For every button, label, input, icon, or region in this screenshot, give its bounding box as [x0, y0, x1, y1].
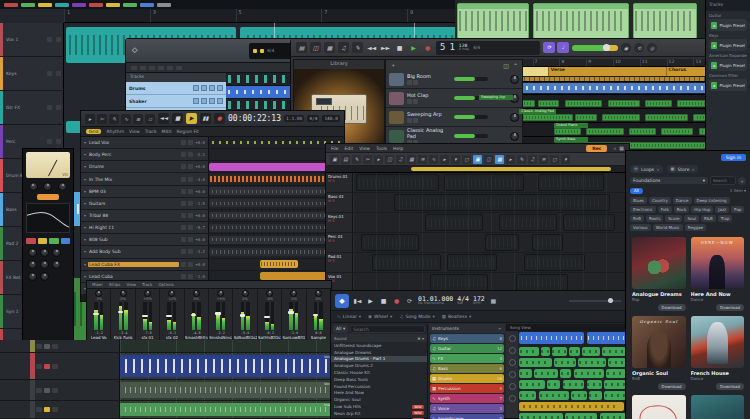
midi-clip[interactable]	[565, 100, 603, 107]
toolbar-icon[interactable]: ▣	[473, 155, 482, 164]
edit-tool-button[interactable]: ▸	[85, 114, 95, 124]
browser-item[interactable]: Analogue Drums 2	[331, 362, 427, 369]
toolbar-icon[interactable]: ▣	[330, 155, 339, 164]
genre-chip[interactable]: Reggae	[685, 224, 706, 231]
pack-cover-art[interactable]	[632, 237, 686, 289]
midi-clip[interactable]	[519, 114, 573, 121]
menu-item[interactable]: Help	[393, 146, 403, 151]
volume-readout[interactable]: -0.7	[195, 225, 205, 230]
clip[interactable]	[554, 358, 576, 367]
audio-clip[interactable]	[260, 260, 298, 268]
audio-clip[interactable]	[563, 214, 615, 231]
loop-button[interactable]: ⟳	[405, 297, 414, 304]
edit-tool-button[interactable]: ∿	[121, 114, 131, 124]
solo-button[interactable]	[56, 71, 61, 76]
pan-knob[interactable]	[510, 75, 519, 84]
solo-button[interactable]	[413, 80, 418, 85]
clip[interactable]	[571, 391, 586, 400]
instrument-row[interactable]: ♫ Guitar 12	[430, 344, 504, 353]
clip[interactable]	[569, 347, 580, 356]
toolbar-icon[interactable]: ▸	[374, 155, 383, 164]
clip[interactable]	[519, 369, 532, 378]
track-button[interactable]	[52, 364, 58, 369]
fader-handle[interactable]	[264, 316, 270, 319]
chevron-down-icon[interactable]: ▾	[84, 189, 86, 194]
browser-item[interactable]: Analogue Drums - Part 1	[331, 356, 427, 363]
midi-clip[interactable]	[586, 128, 624, 135]
lcd-display[interactable]: 5 1 128 A maj 4/4	[436, 41, 540, 55]
track-button[interactable]	[36, 388, 42, 393]
pack-cover-art[interactable]: Organic Soul	[632, 316, 686, 368]
clip[interactable]	[589, 391, 602, 400]
midi-track-row[interactable]: Drums	[126, 82, 226, 95]
track-header[interactable]: Gtr FX	[0, 91, 63, 125]
track-name[interactable]: Drums	[88, 164, 179, 169]
clip[interactable]	[519, 358, 552, 367]
preset-pill[interactable]: ▸ Plugin Presets	[709, 59, 747, 71]
audio-clip[interactable]	[485, 234, 518, 251]
track-row[interactable]: Drums 01 M S	[326, 173, 629, 193]
track-button[interactable]	[36, 364, 42, 369]
genre-chip[interactable]: Jazz	[715, 206, 729, 213]
instrument-row[interactable]: ∿ Soundscape 5	[430, 414, 504, 419]
browser-item[interactable]: Low Sub Hits WAV	[331, 403, 427, 410]
track-name[interactable]: Lead Vox	[88, 140, 179, 145]
audio-clip[interactable]	[532, 234, 562, 251]
previous-button[interactable]: ▮◄	[353, 297, 362, 304]
pack-card[interactable]: Download	[691, 395, 745, 419]
track-row[interactable]: ▾ Drums +0.0	[81, 161, 344, 173]
midi-clip[interactable]	[608, 100, 640, 107]
clip[interactable]	[519, 413, 563, 419]
sort-icons[interactable]: ≡ ▾	[417, 336, 424, 341]
track-circle-icon[interactable]	[509, 383, 516, 390]
clip[interactable]	[534, 369, 558, 378]
track-button[interactable]	[44, 407, 50, 412]
menu-item[interactable]: Strips	[109, 282, 121, 287]
midi-clip[interactable]	[645, 100, 672, 107]
plugin-knob[interactable]	[29, 182, 38, 191]
audio-clip[interactable]	[447, 254, 497, 271]
track-header[interactable]	[0, 340, 120, 352]
menu-item[interactable]: Rhythm	[106, 129, 124, 134]
track-header[interactable]: Vox 1	[0, 23, 63, 57]
fader-section[interactable]	[143, 302, 152, 330]
genre-chip[interactable]: Soul	[684, 215, 699, 222]
strip-button[interactable]	[38, 238, 48, 244]
fader-handle[interactable]	[240, 314, 246, 317]
tempo-field[interactable]: 140.0	[322, 115, 340, 122]
volume-slider[interactable]	[454, 134, 488, 138]
track-circle-icon[interactable]	[509, 371, 516, 378]
midi-clip[interactable]	[661, 128, 693, 135]
solo-button[interactable]	[56, 105, 61, 110]
track-name[interactable]: Hi Right 11	[88, 225, 179, 230]
track-cell[interactable]	[217, 85, 223, 91]
rewind-button[interactable]: ◄◄	[366, 42, 377, 53]
track-cell[interactable]	[193, 98, 199, 104]
plugin-knob[interactable]	[58, 182, 67, 191]
preset-pill[interactable]: ▸ Plugin Presets	[709, 39, 747, 51]
fader-section[interactable]	[216, 302, 225, 330]
edit-tool-button[interactable]: ✎	[109, 114, 119, 124]
volume-readout[interactable]: -4.0	[195, 177, 205, 182]
pack-cover-art[interactable]	[691, 316, 745, 368]
genre-chip[interactable]: RnB	[630, 215, 644, 222]
audio-clip[interactable]	[425, 214, 483, 231]
pan-knob[interactable]	[242, 290, 249, 297]
bypass-toggle[interactable]	[37, 194, 59, 200]
track-row[interactable]: ▾ Hi Right 11 -0.7	[81, 222, 344, 234]
mute-button[interactable]	[181, 213, 186, 218]
browser-item[interactable]: Here And Now	[331, 390, 427, 397]
fader-section[interactable]	[241, 302, 250, 330]
instrument-row[interactable]: ∿ Synth 7	[430, 394, 504, 403]
toolbar-icon[interactable]: ▤	[341, 155, 350, 164]
plugin-knob[interactable]	[43, 182, 52, 191]
genre-chip[interactable]: Various	[630, 224, 651, 231]
toolbar-icon[interactable]: ✎	[352, 42, 363, 53]
solo-button[interactable]	[188, 140, 193, 145]
menu-item[interactable]: Track	[145, 129, 157, 134]
master-volume-slider[interactable]	[569, 300, 621, 302]
solo-button[interactable]	[188, 189, 193, 194]
pack-cover-art[interactable]: HERE—NOW	[691, 237, 745, 289]
volume-readout[interactable]: +0.0	[195, 237, 205, 242]
clip[interactable]	[578, 358, 606, 367]
